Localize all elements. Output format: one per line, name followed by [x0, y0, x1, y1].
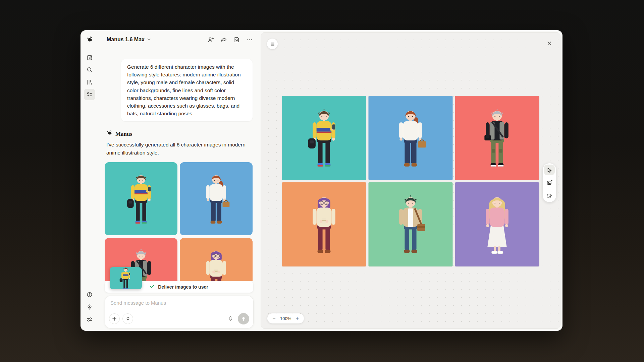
voice-input-icon[interactable]	[226, 314, 235, 323]
chat-image-grid	[105, 162, 253, 281]
chat-image-1[interactable]	[105, 162, 177, 235]
zoom-controls: − 100% +	[267, 313, 304, 323]
assistant-header: Manus	[106, 130, 132, 138]
chevron-down-icon	[147, 37, 151, 43]
manus-logo-small-icon	[106, 130, 113, 138]
canvas-image-5[interactable]	[369, 182, 453, 266]
file-search-icon[interactable]	[233, 36, 240, 43]
desktop-background: Manus 1.6 Max	[0, 0, 644, 362]
invite-user-icon[interactable]	[207, 36, 214, 43]
chat-header: Manus 1.6 Max	[99, 30, 259, 49]
zoom-level: 100%	[280, 316, 291, 321]
assistant-message-text: I've successfully generated all 6 charac…	[106, 141, 254, 157]
canvas-menu-button[interactable]	[267, 39, 278, 49]
canvas-close-icon[interactable]	[545, 39, 554, 48]
header-actions	[207, 36, 253, 43]
canvas-image-2[interactable]	[369, 96, 453, 180]
add-image-tool-icon[interactable]	[544, 177, 555, 188]
manus-logo-icon[interactable]	[84, 34, 95, 46]
attach-button[interactable]	[109, 313, 120, 324]
chat-image-2[interactable]	[180, 162, 253, 235]
canvas-tools	[543, 163, 556, 202]
assistant-name: Manus	[115, 131, 132, 137]
floating-image-preview[interactable]	[110, 267, 142, 289]
manus-app-window: Manus 1.6 Max	[80, 30, 562, 331]
user-message-bubble: Generate 6 different character images wi…	[121, 59, 253, 121]
cursor-tool-icon[interactable]	[544, 165, 555, 175]
preferences-icon[interactable]	[84, 314, 95, 325]
zoom-in-button[interactable]: +	[295, 316, 300, 321]
canvas-image-grid	[282, 96, 539, 266]
connectors-button[interactable]	[122, 313, 133, 324]
message-input[interactable]	[110, 300, 248, 306]
tasks-icon[interactable]	[84, 89, 95, 100]
sidebar	[80, 30, 99, 331]
more-options-icon[interactable]	[246, 36, 253, 43]
chat-image-4[interactable]	[180, 238, 253, 281]
library-icon[interactable]	[84, 76, 95, 88]
zoom-out-button[interactable]: −	[272, 316, 276, 321]
edit-selection-tool-icon[interactable]	[544, 190, 555, 201]
search-icon[interactable]	[84, 64, 95, 75]
new-task-icon[interactable]	[84, 52, 95, 63]
canvas-image-3[interactable]	[455, 96, 539, 180]
check-icon	[150, 284, 155, 290]
canvas-panel: − 100% +	[261, 32, 560, 329]
model-selector[interactable]: Manus 1.6 Max	[107, 37, 151, 43]
chat-panel: Manus 1.6 Max	[99, 30, 259, 331]
canvas-image-4[interactable]	[282, 182, 366, 266]
whats-new-icon[interactable]	[84, 301, 95, 313]
canvas-image-1[interactable]	[282, 96, 366, 180]
canvas-image-6[interactable]	[455, 182, 539, 266]
user-message-text: Generate 6 different character images wi…	[127, 64, 241, 116]
model-name: Manus 1.6 Max	[107, 37, 145, 43]
input-actions	[109, 313, 249, 324]
help-icon[interactable]	[84, 289, 95, 300]
tool-status-label: Deliver images to user	[158, 284, 208, 290]
share-icon[interactable]	[220, 36, 227, 43]
message-input-card	[105, 296, 254, 328]
send-button[interactable]	[238, 313, 249, 324]
